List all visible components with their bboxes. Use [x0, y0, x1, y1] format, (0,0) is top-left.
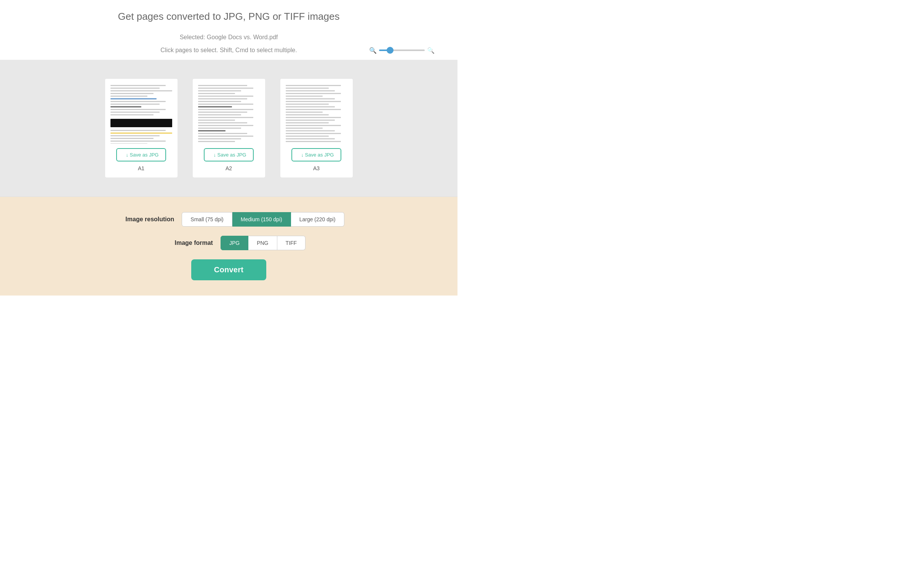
- format-row: Image format JPG PNG TIFF: [152, 236, 306, 250]
- format-label: Image format: [152, 239, 213, 246]
- instructions-row: Click pages to select. Shift, Cmd to sel…: [8, 47, 450, 54]
- zoom-out-icon[interactable]: 🔍: [369, 47, 377, 54]
- zoom-in-icon[interactable]: 🔍: [427, 47, 435, 54]
- format-tiff-button[interactable]: TIFF: [277, 236, 306, 250]
- save-jpg-button-a3[interactable]: ↓ Save as JPG: [291, 148, 342, 162]
- save-jpg-button-a2[interactable]: ↓ Save as JPG: [204, 148, 254, 162]
- resolution-small-button[interactable]: Small (75 dpi): [182, 212, 232, 226]
- page-label-a3: A3: [313, 165, 320, 171]
- page-thumbnail-a3: [280, 79, 353, 144]
- zoom-controls: 🔍 🔍: [369, 47, 435, 54]
- page-thumbnail-a1: [105, 79, 178, 144]
- page-card-a1[interactable]: ↓ Save as JPG A1: [105, 79, 178, 178]
- header-section: Get pages converted to JPG, PNG or TIFF …: [0, 0, 457, 54]
- instructions-text: Click pages to select. Shift, Cmd to sel…: [160, 47, 297, 54]
- convert-button[interactable]: Convert: [191, 259, 267, 280]
- format-png-button[interactable]: PNG: [248, 236, 277, 250]
- page-label-a1: A1: [138, 165, 144, 171]
- format-buttons: JPG PNG TIFF: [221, 236, 306, 250]
- resolution-large-button[interactable]: Large (220 dpi): [291, 212, 344, 226]
- save-jpg-button-a1[interactable]: ↓ Save as JPG: [116, 148, 167, 162]
- page-card-a3[interactable]: ↓ Save as JPG A3: [280, 79, 353, 178]
- resolution-buttons: Small (75 dpi) Medium (150 dpi) Large (2…: [182, 212, 344, 226]
- resolution-medium-button[interactable]: Medium (150 dpi): [232, 212, 291, 226]
- page-title: Get pages converted to JPG, PNG or TIFF …: [8, 11, 450, 23]
- page-label-a2: A2: [226, 165, 232, 171]
- format-jpg-button[interactable]: JPG: [221, 236, 248, 250]
- selected-file-text: Selected: Google Docs vs. Word.pdf: [8, 34, 450, 41]
- bottom-panel: Image resolution Small (75 dpi) Medium (…: [0, 197, 457, 296]
- page-thumbnail-a2: [193, 79, 265, 144]
- resolution-row: Image resolution Small (75 dpi) Medium (…: [113, 212, 344, 226]
- zoom-slider[interactable]: [379, 50, 425, 51]
- page-card-a2[interactable]: ↓ Save as JPG A2: [193, 79, 265, 178]
- pages-area: ↓ Save as JPG A1: [0, 60, 457, 197]
- resolution-label: Image resolution: [113, 216, 174, 223]
